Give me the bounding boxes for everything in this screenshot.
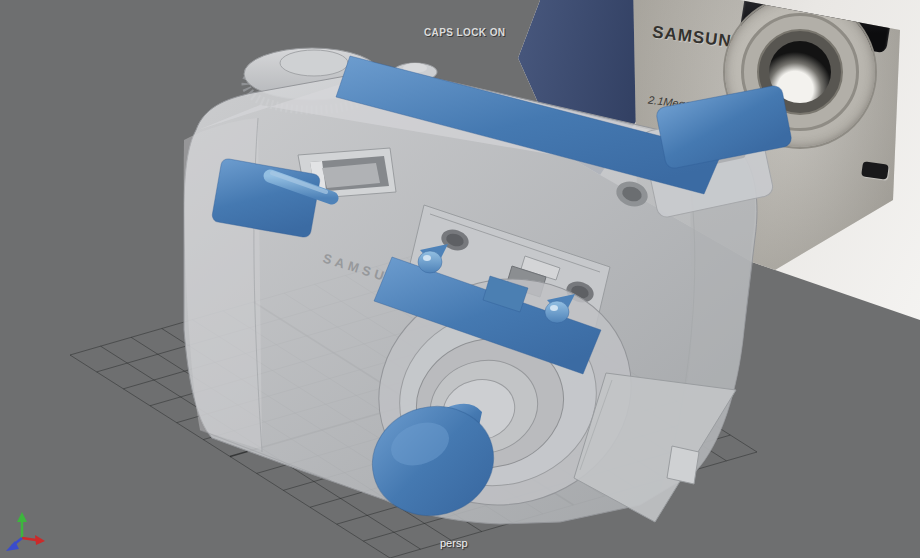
axis-gizmo (4, 508, 54, 556)
camera-name-label: persp (440, 537, 468, 549)
x-axis-arrow (22, 538, 36, 540)
selection-right-plate[interactable] (655, 84, 792, 169)
caps-lock-indicator: CAPS LOCK ON (424, 27, 505, 38)
3d-viewport[interactable]: SAMSUNG 2.1Mega pixels KENOX Digimax (0, 0, 920, 558)
camera-model-layer: SAMSUNG (0, 0, 920, 558)
x-axis-arrowhead (35, 535, 45, 545)
y-axis-arrowhead (17, 512, 27, 522)
